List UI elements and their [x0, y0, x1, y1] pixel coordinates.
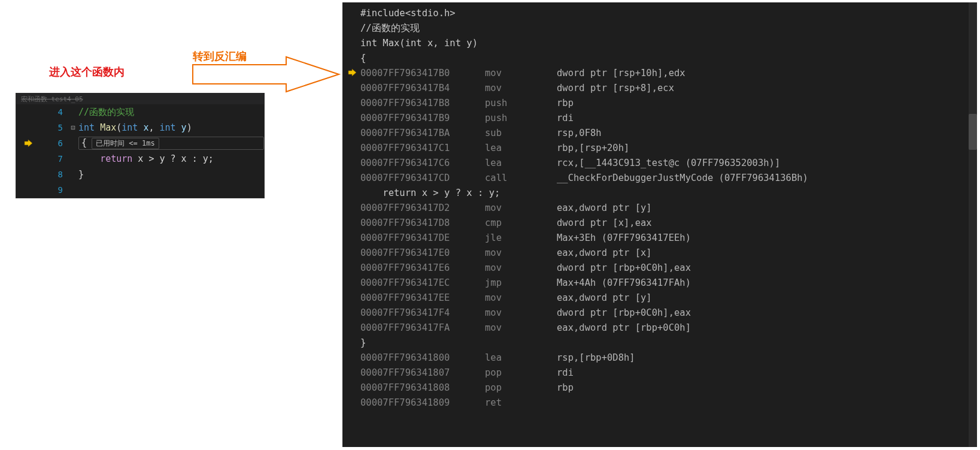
src-decl: int Max(int x, int y): [360, 36, 977, 51]
asm-line[interactable]: 00007FF7963417F4movdword ptr [rbp+0C0h],…: [360, 306, 977, 321]
asm-line[interactable]: 00007FF7963417E0moveax,dword ptr [x]: [360, 246, 977, 261]
asm-args: eax,dword ptr [y]: [557, 291, 977, 306]
asm-line[interactable]: 00007FF7963417FAmoveax,dword ptr [rbp+0C…: [360, 321, 977, 336]
code-punc: ): [187, 122, 192, 133]
code-keyword: return: [100, 153, 138, 164]
asm-line[interactable]: 00007FF7963417B4movdword ptr [rsp+8],ecx: [360, 81, 977, 96]
editor-tabbar[interactable]: 宏和函数 test4_05: [16, 93, 264, 104]
asm-op: lea: [485, 351, 557, 366]
asm-op: mov: [485, 261, 557, 276]
asm-addr: 00007FF7963417F4: [360, 306, 485, 321]
asm-args: dword ptr [rsp+8],ecx: [557, 81, 977, 96]
asm-op: push: [485, 111, 557, 126]
fold-toggle-icon[interactable]: ⊟: [68, 123, 78, 132]
asm-op: jmp: [485, 276, 557, 291]
src-comment: //函数的实现: [360, 21, 977, 36]
current-line-arrow-icon: [23, 139, 33, 147]
asm-line[interactable]: 00007FF7963417DEjleMax+3Eh (07FF7963417E…: [360, 231, 977, 246]
asm-addr: 00007FF7963417B0: [360, 66, 485, 81]
line-number: 8: [40, 170, 68, 179]
code-punc: }: [78, 169, 84, 180]
asm-addr: 00007FF796341809: [360, 395, 485, 410]
annotation-goto-disassembly: 转到反汇编: [193, 49, 247, 64]
code-expr: x > y ? x : y;: [138, 153, 213, 164]
asm-line[interactable]: 00007FF7963417B8pushrbp: [360, 96, 977, 111]
src-return: return x > y ? x : y;: [360, 186, 977, 201]
asm-addr: 00007FF7963417E6: [360, 261, 485, 276]
code-keyword: int: [122, 122, 143, 133]
asm-op: mov: [485, 291, 557, 306]
line-number: 5: [40, 123, 68, 132]
svg-marker-9: [348, 69, 356, 76]
scrollbar-thumb[interactable]: [969, 114, 977, 150]
asm-addr: 00007FF7963417D2: [360, 201, 485, 216]
code-function: Max: [100, 122, 116, 133]
code-line[interactable]: 7 return x > y ? x : y;: [16, 151, 264, 167]
asm-args: dword ptr [rbp+0C0h],eax: [557, 306, 977, 321]
asm-args: rsp,[rbp+0D8h]: [557, 351, 977, 366]
asm-op: cmp: [485, 216, 557, 231]
asm-op: mov: [485, 246, 557, 261]
asm-op: push: [485, 96, 557, 111]
asm-op: call: [485, 171, 557, 186]
code-line[interactable]: 5 ⊟ int Max(int x, int y): [16, 120, 264, 135]
asm-args: Max+3Eh (07FF7963417EEh): [557, 231, 977, 246]
editor-tab-title: 宏和函数 test4_05: [21, 95, 83, 104]
src-brace-open: {: [360, 51, 977, 66]
asm-line[interactable]: 00007FF7963417C1learbp,[rsp+20h]: [360, 141, 977, 156]
asm-line[interactable]: 00007FF7963417ECjmpMax+4Ah (07FF7963417F…: [360, 276, 977, 291]
asm-op: mov: [485, 201, 557, 216]
asm-addr: 00007FF7963417EC: [360, 276, 485, 291]
line-number: 7: [40, 154, 68, 164]
asm-addr: 00007FF7963417CD: [360, 171, 485, 186]
line-number: 4: [40, 107, 68, 117]
code-line[interactable]: 4 //函数的实现: [16, 104, 264, 120]
source-editor[interactable]: 宏和函数 test4_05 4 //函数的实现 5 ⊟ int Max(int …: [16, 93, 265, 198]
asm-op: lea: [485, 156, 557, 171]
asm-line[interactable]: 00007FF7963417B9pushrdi: [360, 111, 977, 126]
code-line[interactable]: 9: [16, 182, 264, 198]
asm-line[interactable]: 00007FF7963417C6learcx,[__1443C913_test@…: [360, 156, 977, 171]
asm-line[interactable]: 00007FF7963417D8cmpdword ptr [x],eax: [360, 216, 977, 231]
asm-addr: 00007FF7963417EE: [360, 291, 485, 306]
code-keyword: int: [78, 122, 100, 133]
code-comment: //函数的实现: [78, 107, 134, 117]
asm-line[interactable]: 00007FF7963417BAsubrsp,0F8h: [360, 126, 977, 141]
asm-args: rbp: [557, 380, 977, 395]
asm-line[interactable]: 00007FF7963417D2moveax,dword ptr [y]: [360, 201, 977, 216]
code-line[interactable]: 8 }: [16, 167, 264, 182]
asm-args: eax,dword ptr [x]: [557, 246, 977, 261]
asm-addr: 00007FF796341808: [360, 380, 485, 395]
asm-addr: 00007FF7963417B9: [360, 111, 485, 126]
asm-op: sub: [485, 126, 557, 141]
asm-args: __CheckForDebuggerJustMyCode (07FF796341…: [557, 171, 977, 186]
code-keyword: int: [159, 122, 181, 133]
asm-op: pop: [485, 366, 557, 380]
asm-line[interactable]: 00007FF796341800learsp,[rbp+0D8h]: [360, 351, 977, 366]
disassembly-view[interactable]: #include<stdio.h> //函数的实现 int Max(int x,…: [342, 2, 977, 447]
asm-line[interactable]: 00007FF7963417E6movdword ptr [rbp+0C0h],…: [360, 261, 977, 276]
asm-args: Max+4Ah (07FF7963417FAh): [557, 276, 977, 291]
asm-args: rdi: [557, 111, 977, 126]
asm-args: [557, 395, 977, 410]
asm-args: dword ptr [x],eax: [557, 216, 977, 231]
scrollbar[interactable]: [969, 2, 977, 447]
asm-addr: 00007FF796341807: [360, 366, 485, 380]
asm-addr: 00007FF7963417FA: [360, 321, 485, 336]
line-number: 6: [40, 138, 68, 148]
asm-line[interactable]: 00007FF7963417CDcall__CheckForDebuggerJu…: [360, 171, 977, 186]
code-punc: ,: [148, 122, 159, 133]
src-include: #include<stdio.h>: [360, 6, 977, 21]
asm-line[interactable]: 00007FF796341807poprdi: [360, 366, 977, 380]
asm-line[interactable]: 00007FF796341809ret: [360, 395, 977, 410]
asm-line[interactable]: 00007FF796341808poprbp: [360, 380, 977, 395]
asm-op: jle: [485, 231, 557, 246]
asm-line-current[interactable]: 00007FF7963417B0movdword ptr [rsp+10h],e…: [360, 66, 977, 81]
asm-addr: 00007FF7963417BA: [360, 126, 485, 141]
asm-op: mov: [485, 306, 557, 321]
asm-line[interactable]: 00007FF7963417EEmoveax,dword ptr [y]: [360, 291, 977, 306]
code-punc: {: [81, 137, 87, 148]
code-punc: (: [116, 122, 122, 133]
code-line-current[interactable]: 6 {已用时间 <= 1ms: [16, 135, 264, 151]
src-brace-close: }: [360, 336, 977, 351]
